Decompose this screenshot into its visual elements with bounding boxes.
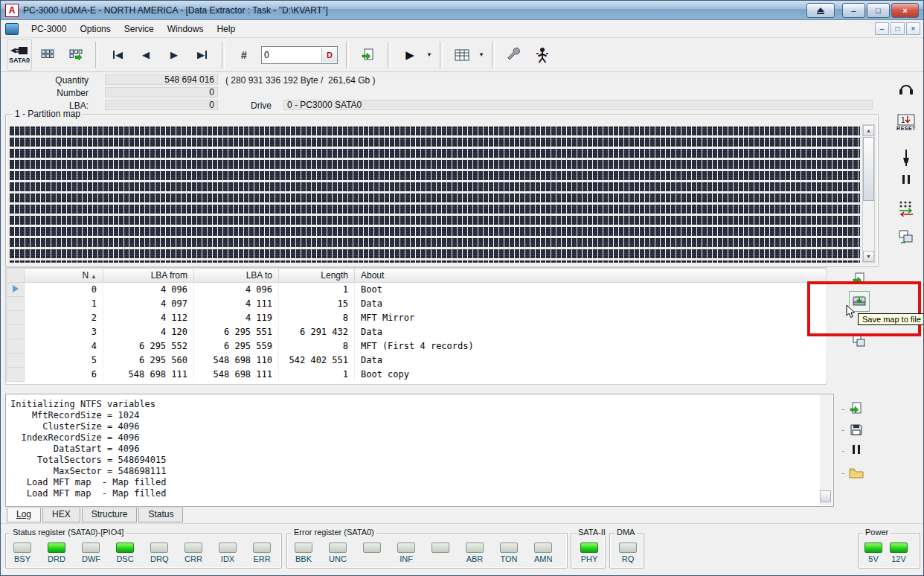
tab-status[interactable]: Status <box>138 508 183 522</box>
led-dwf: DWF <box>82 543 100 563</box>
drive-info-panel: Quantity 548 694 016 ( 280 931 336 192 B… <box>1 72 923 112</box>
led-crr: CRR <box>185 543 202 563</box>
sort-asc-icon: ▲ <box>91 273 97 280</box>
col-header-lba-to[interactable]: LBA to <box>194 269 279 283</box>
goto-sector-button[interactable] <box>356 39 381 71</box>
transfer-button[interactable] <box>893 199 919 217</box>
run-button[interactable]: ▶ <box>397 39 423 71</box>
led-lamp <box>185 543 202 553</box>
toolbar-separator <box>440 42 443 68</box>
sata0-port-button[interactable]: SATA0 <box>7 39 32 71</box>
sector-number-button[interactable]: # <box>231 39 257 71</box>
sata2-group: SATA-II PHY <box>571 533 606 569</box>
scroll-up-icon[interactable]: ▲ <box>863 125 874 136</box>
minimize-button[interactable]: – <box>842 3 865 18</box>
col-header-lba-from[interactable]: LBA from <box>103 269 194 283</box>
titlebar: A PC-3000 UDMA-E - NORTH AMERICA - [Data… <box>1 1 923 20</box>
mdi-restore-button[interactable]: □ <box>891 22 905 35</box>
headphones-icon <box>896 80 916 96</box>
power-jack-button[interactable] <box>893 148 919 167</box>
map-grid-icon <box>41 49 54 61</box>
nav-last-icon: ▶ <box>197 50 205 60</box>
eject-icon <box>817 7 824 12</box>
led-ton: TON <box>500 543 518 563</box>
save-map-tooltip: Save map to file <box>858 313 924 325</box>
window-title: PC-3000 UDMA-E - NORTH AMERICA - [Data E… <box>23 5 328 16</box>
run-dropdown-button[interactable]: ▼ <box>424 40 434 70</box>
table-row[interactable]: 14 097 4 11115 Data <box>7 297 827 311</box>
led-idx: IDX <box>219 543 237 563</box>
tab-hex[interactable]: HEX <box>42 508 80 522</box>
table-row[interactable]: 46 295 552 6 295 5598 MFT (First 4 recor… <box>7 339 827 353</box>
mdi-close-button[interactable]: × <box>906 22 920 35</box>
open-map-button[interactable] <box>35 39 60 71</box>
nav-prev-button[interactable]: ◀ <box>133 39 158 71</box>
export-log-button[interactable] <box>846 398 867 419</box>
nav-first-button[interactable]: ◀ <box>105 39 130 71</box>
quantity-label: Quantity <box>7 75 89 86</box>
log-scrollbar[interactable] <box>820 395 832 505</box>
menu-pc3000[interactable]: PC-3000 <box>25 22 73 36</box>
pause-task-button[interactable] <box>893 175 919 186</box>
menu-help[interactable]: Help <box>210 22 242 36</box>
pause-log-button[interactable] <box>846 440 867 461</box>
document-icon <box>5 23 19 35</box>
menu-service[interactable]: Service <box>118 22 161 36</box>
map-scrollbar[interactable]: ▲ ▼ <box>862 124 875 263</box>
power-title: Power <box>863 528 891 537</box>
table-row[interactable]: 24 112 4 1198 MFT Mirror <box>7 311 827 325</box>
app-logo-icon: A <box>5 4 19 17</box>
drive-value: 0 - PC3000 SATA0 <box>283 100 873 110</box>
close-button[interactable]: × <box>891 3 919 18</box>
bar-icon <box>205 51 207 59</box>
scroll-down-icon[interactable]: ▼ <box>863 251 874 262</box>
table-row[interactable]: 34 120 6 295 5516 291 432 Data <box>7 325 827 339</box>
gutter-header <box>7 269 25 283</box>
open-folder-button[interactable] <box>846 462 867 483</box>
menu-options[interactable]: Options <box>73 22 117 36</box>
table-row[interactable]: 6548 698 111 548 698 1111 Boot copy <box>7 368 827 382</box>
eject-button[interactable] <box>806 3 835 18</box>
sound-monitor-button[interactable] <box>893 80 919 96</box>
view-table-dropdown-button[interactable]: ▼ <box>476 40 487 70</box>
table-header-row: N▲ LBA from LBA to Length About <box>7 269 827 283</box>
nav-last-button[interactable]: ▶ <box>190 39 215 71</box>
floppy-icon <box>849 422 864 437</box>
task-monitor-button[interactable] <box>530 39 555 71</box>
led-lamp <box>13 543 31 553</box>
menu-windows[interactable]: Windows <box>161 22 211 36</box>
view-table-button[interactable] <box>449 39 475 71</box>
log-scroll-thumb[interactable] <box>820 490 831 502</box>
partition-map-group: 1 - Partition map ▲ ▼ <box>5 114 879 267</box>
window-controls: – □ × <box>805 3 919 18</box>
log-line: DataStart = 4096 <box>6 444 833 455</box>
running-man-icon <box>535 47 550 63</box>
col-header-n[interactable]: N▲ <box>25 269 103 283</box>
led-inf: INF <box>397 543 415 563</box>
led-lamp <box>116 543 134 553</box>
copy-structure-button[interactable] <box>893 228 919 245</box>
led-unlabeled <box>363 543 381 563</box>
scroll-thumb[interactable] <box>863 137 874 201</box>
tab-log[interactable]: Log <box>7 508 41 522</box>
reset-button[interactable]: 1 RESET <box>893 114 919 131</box>
mdi-minimize-button[interactable]: – <box>875 22 889 35</box>
led-5v: 5V <box>864 543 882 563</box>
table-row[interactable]: 56 295 560 548 698 110542 402 551 Data <box>7 353 827 368</box>
decimal-mode-button[interactable]: D <box>321 48 337 63</box>
build-map-button[interactable] <box>63 39 89 71</box>
table-row[interactable]: 04 096 4 0961 Boot <box>7 283 827 297</box>
svg-text:1: 1 <box>901 116 905 124</box>
sector-input[interactable] <box>262 48 321 62</box>
power-group: Power 5V 12V <box>858 533 920 569</box>
save-log-button[interactable] <box>846 419 867 440</box>
col-header-about[interactable]: About <box>355 269 827 283</box>
tools-button[interactable] <box>501 39 527 71</box>
partition-map-grid[interactable] <box>9 124 860 263</box>
tab-structure[interactable]: Structure <box>82 508 138 522</box>
drive-label: Drive <box>251 100 272 111</box>
folder-icon <box>848 466 864 479</box>
maximize-button[interactable]: □ <box>867 3 890 18</box>
col-header-length[interactable]: Length <box>279 269 355 283</box>
nav-next-button[interactable]: ▶ <box>161 39 187 71</box>
